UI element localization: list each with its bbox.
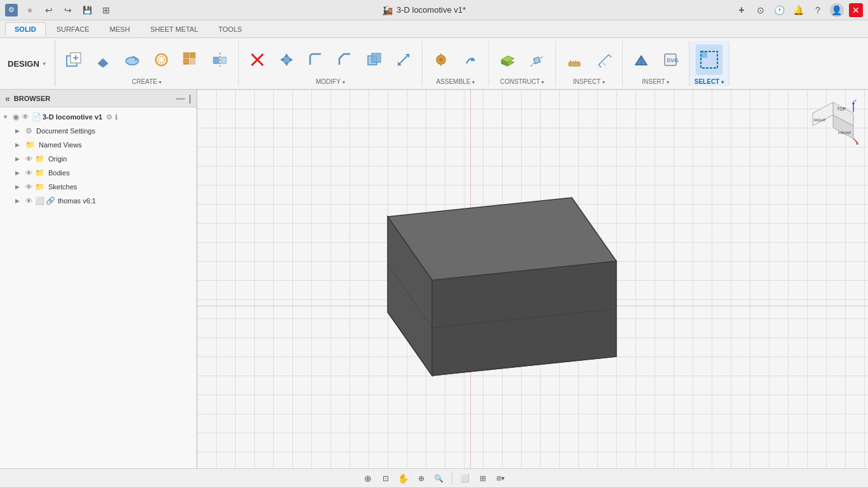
tool-new-component[interactable] <box>60 44 87 75</box>
tool-revolve[interactable] <box>119 44 146 75</box>
online-btn[interactable]: ⊙ <box>754 3 768 17</box>
toolbar-group-create: CREATE ▾ <box>55 41 239 86</box>
tab-mesh[interactable]: MESH <box>100 22 140 36</box>
bottom-toolbar: ⊕ ⊡ ✋ ⊕ 🔍 ⬜ ⊞ ⊞▾ <box>0 468 868 487</box>
revolve-icon <box>123 51 141 69</box>
redo-btn[interactable]: ↪ <box>61 3 75 17</box>
tree-item-doc-settings[interactable]: ▶ ⚙ Document Settings <box>0 124 196 138</box>
tab-surface[interactable]: SURFACE <box>47 22 99 36</box>
save-btn[interactable]: 💾 <box>80 3 94 17</box>
bt-orbit[interactable]: ⊕ <box>360 471 376 486</box>
close-btn[interactable]: ✕ <box>849 3 863 17</box>
insert-mesh-icon <box>632 51 650 69</box>
undo-btn[interactable]: ↩ <box>42 3 56 17</box>
doc-settings-chevron: ▶ <box>15 128 24 134</box>
help-btn[interactable]: ? <box>811 3 825 17</box>
assemble-label[interactable]: ASSEMBLE ▾ <box>436 78 475 85</box>
extrude-icon <box>94 51 112 69</box>
modify-label[interactable]: MODIFY ▾ <box>316 78 344 85</box>
pattern-icon <box>182 51 200 69</box>
construct-label[interactable]: CONSTRUCT ▾ <box>500 78 544 85</box>
browser-collapse-icon[interactable]: — <box>176 93 185 104</box>
svg-marker-20 <box>280 57 284 62</box>
joint-icon <box>432 51 450 69</box>
nav-cube-svg: TOP FRONT RIGHT Z X <box>808 99 858 150</box>
tool-delete[interactable] <box>244 44 271 75</box>
profile-btn[interactable]: 👤 <box>830 3 844 17</box>
inspect-label[interactable]: INSPECT ▾ <box>573 78 605 85</box>
tree-doc-settings-label: Document Settings <box>36 127 95 135</box>
tool-scale[interactable] <box>390 44 417 75</box>
tree-item-thomas[interactable]: ▶ 👁 ⬜ 🔗 thomas v6:1 <box>0 194 196 208</box>
chamfer-icon <box>336 51 354 69</box>
bt-zoom-fit[interactable]: ⊡ <box>378 471 393 486</box>
design-btn[interactable]: DESIGN ▼ <box>0 41 55 86</box>
svg-marker-14 <box>214 57 219 64</box>
create-label[interactable]: CREATE ▾ <box>132 78 161 85</box>
tool-joint[interactable] <box>428 44 454 75</box>
bt-grid[interactable]: ⊞ <box>475 471 491 486</box>
tool-mirror[interactable] <box>207 44 233 75</box>
bt-grid-dropdown[interactable]: ⊞▾ <box>493 471 508 486</box>
thomas-eye-icon[interactable]: 👁 <box>25 197 32 205</box>
tree-item-named-views[interactable]: ▶ 📁 Named Views <box>0 138 196 152</box>
tree-item-sketches[interactable]: ▶ 👁 📁 Sketches <box>0 180 196 194</box>
browser-panel: « BROWSER — | ▼ ◉ 👁 📄 3-D locomotive v1 … <box>0 90 197 468</box>
move-icon <box>278 51 295 69</box>
bt-display-mode[interactable]: ⬜ <box>458 471 473 486</box>
tool-fillet[interactable] <box>302 44 329 75</box>
sketches-eye-icon[interactable]: 👁 <box>25 183 32 191</box>
browser-pin-icon[interactable]: | <box>189 93 191 104</box>
bt-zoom-in[interactable]: ⊕ <box>414 471 429 486</box>
root-visibility-icon[interactable]: ◉ <box>13 112 19 121</box>
insert-label[interactable]: INSERT ▾ <box>642 78 669 85</box>
tree-item-bodies[interactable]: ▶ 👁 📁 Bodies <box>0 166 196 180</box>
select-icon <box>699 50 719 70</box>
tool-extrude[interactable] <box>90 44 116 75</box>
titlebar: ⚙ ≡ ↩ ↪ 💾 ⊞ 🚂 3-D locomotive v1* + ⊙ 🕐 🔔… <box>0 0 868 20</box>
tab-solid[interactable]: SOLID <box>5 22 46 36</box>
tool-plane[interactable] <box>494 44 521 75</box>
app-icon: ⚙ <box>5 4 18 17</box>
bt-pan[interactable]: ✋ <box>396 471 411 486</box>
tool-axis[interactable] <box>524 44 550 75</box>
select-label[interactable]: SELECT ▾ <box>695 78 724 85</box>
tool-combine[interactable] <box>361 44 388 75</box>
root-eye-icon[interactable]: 👁 <box>22 112 29 121</box>
menu-btn[interactable]: ≡ <box>23 3 37 17</box>
tool-motion[interactable] <box>457 44 484 75</box>
tool-shell[interactable] <box>148 44 175 75</box>
viewport[interactable]: TOP FRONT RIGHT Z X <box>197 90 868 468</box>
tree-item-root[interactable]: ▼ ◉ 👁 📄 3-D locomotive v1 ⚙ ℹ <box>0 110 196 124</box>
svg-rect-22 <box>284 57 289 62</box>
thomas-chevron: ▶ <box>15 198 24 204</box>
origin-folder-icon: 📁 <box>35 154 44 163</box>
design-label: DESIGN <box>8 59 39 69</box>
origin-eye-icon[interactable]: 👁 <box>25 155 32 163</box>
svg-rect-12 <box>190 59 195 64</box>
tool-ruler[interactable] <box>590 44 617 75</box>
grid-apps-btn[interactable]: ⊞ <box>99 3 113 17</box>
new-tab-btn[interactable]: + <box>735 3 749 17</box>
tab-sheet-metal[interactable]: SHEET METAL <box>140 22 207 36</box>
nav-cube[interactable]: TOP FRONT RIGHT Z X <box>808 99 858 150</box>
tool-move[interactable] <box>273 44 300 75</box>
delete-icon <box>248 51 266 69</box>
tree-item-origin[interactable]: ▶ 👁 📁 Origin <box>0 152 196 166</box>
3d-box <box>299 140 680 426</box>
sketches-chevron: ▶ <box>15 184 24 190</box>
tab-tools[interactable]: TOOLS <box>209 22 252 36</box>
tool-insert-svg[interactable]: SVG <box>657 44 684 75</box>
root-doc-icon: 📄 <box>32 112 41 121</box>
clock-btn[interactable]: 🕐 <box>773 3 787 17</box>
tool-pattern[interactable] <box>177 44 204 75</box>
toolbar-group-assemble: ASSEMBLE ▾ <box>423 41 489 86</box>
tool-insert-mesh[interactable] <box>628 44 654 75</box>
tool-chamfer[interactable] <box>332 44 358 75</box>
tool-select[interactable] <box>696 44 722 75</box>
tool-measure[interactable] <box>561 44 588 75</box>
toolbar-group-construct: CONSTRUCT ▾ <box>489 41 556 86</box>
bodies-eye-icon[interactable]: 👁 <box>25 169 32 177</box>
bell-btn[interactable]: 🔔 <box>792 3 806 17</box>
bt-zoom-window[interactable]: 🔍 <box>431 471 447 486</box>
